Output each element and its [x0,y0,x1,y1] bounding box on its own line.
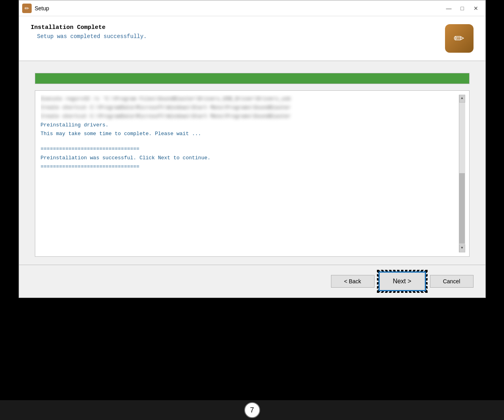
progress-bar-fill [35,73,469,84]
header-text: Installation Complete Setup was complete… [31,24,147,40]
back-button[interactable]: < Back [331,275,375,288]
setup-window: ✏ Setup — □ ✕ Installation Complete Setu… [19,0,486,298]
log-success: Preinstallation was successful. Click Ne… [41,154,459,162]
log-wait: This may take some time to complete. Ple… [41,130,459,138]
scroll-down-arrow[interactable]: ▼ [459,244,465,252]
log-box: Execute regsrv32 /s 'C:\Program Files\So… [35,90,470,257]
header-section: Installation Complete Setup was complete… [19,16,485,61]
progress-bar-container [35,73,470,84]
window-title: Setup [35,5,443,11]
scrollbar-thumb[interactable] [459,173,465,244]
setup-success-subtitle: Setup was completed successfully. [37,33,147,40]
step-indicator: 7 [244,402,260,418]
log-blurred-line3: Create shortcut C:\ProgramData\Microsoft… [41,112,459,121]
footer-section: < Back Next > Cancel [19,265,485,298]
log-scrollbar[interactable]: ▲ ▼ [459,95,465,252]
log-blurred-line1: Execute regsrv32 /s 'C:\Program Files\So… [41,95,459,103]
installation-complete-title: Installation Complete [31,24,147,31]
log-content: Execute regsrv32 /s 'C:\Program Files\So… [41,95,459,252]
close-button[interactable]: ✕ [470,4,482,13]
maximize-button[interactable]: □ [456,4,469,13]
log-separator1: ================================ [41,145,459,153]
log-blurred-line2: Create shortcut C:\ProgramData\Microsoft… [41,103,459,112]
scroll-up-arrow[interactable]: ▲ [459,95,465,103]
next-button[interactable]: Next > [378,271,426,291]
header-app-icon: ✏ [445,24,474,53]
minimize-button[interactable]: — [443,4,455,13]
log-separator2: ================================ [41,162,459,171]
log-preinstalling: Preinstalling drivers. [41,121,459,130]
taskbar-area: 7 [0,400,504,420]
content-section: Execute regsrv32 /s 'C:\Program Files\So… [19,61,485,265]
window-controls: — □ ✕ [443,4,482,13]
title-bar: ✏ Setup — □ ✕ [19,0,485,16]
cancel-button[interactable]: Cancel [430,275,474,288]
step-number: 7 [250,406,254,414]
app-icon: ✏ [22,4,32,13]
